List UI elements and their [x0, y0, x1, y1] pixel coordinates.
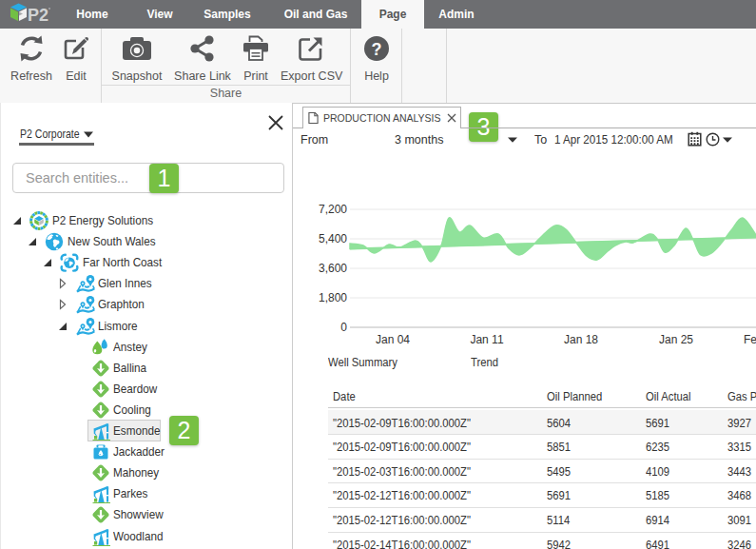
svg-text:P2: P2	[28, 6, 48, 25]
svg-text:3,600: 3,600	[319, 262, 347, 275]
svg-text:Jan 25: Jan 25	[659, 333, 693, 346]
svg-text:7,200: 7,200	[319, 203, 347, 216]
svg-text:Jan 11: Jan 11	[470, 333, 503, 346]
svg-text:5,400: 5,400	[319, 232, 347, 245]
svg-text:0: 0	[340, 321, 347, 334]
svg-text:Jan 04: Jan 04	[376, 333, 410, 346]
svg-text:?: ?	[372, 40, 382, 59]
svg-text:Jan 18: Jan 18	[564, 333, 598, 346]
svg-text:Fe: Fe	[744, 333, 756, 346]
svg-text:1,800: 1,800	[319, 291, 347, 304]
